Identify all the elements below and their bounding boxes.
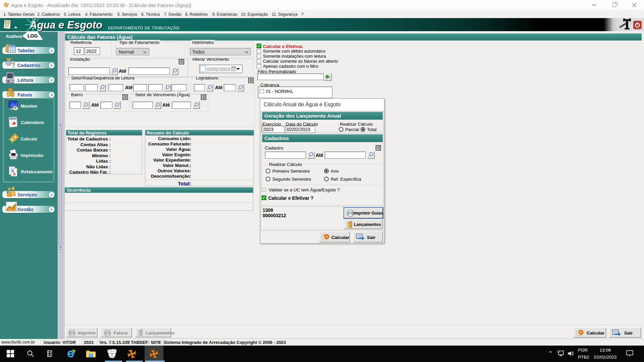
- svg-text:A: A: [13, 172, 16, 176]
